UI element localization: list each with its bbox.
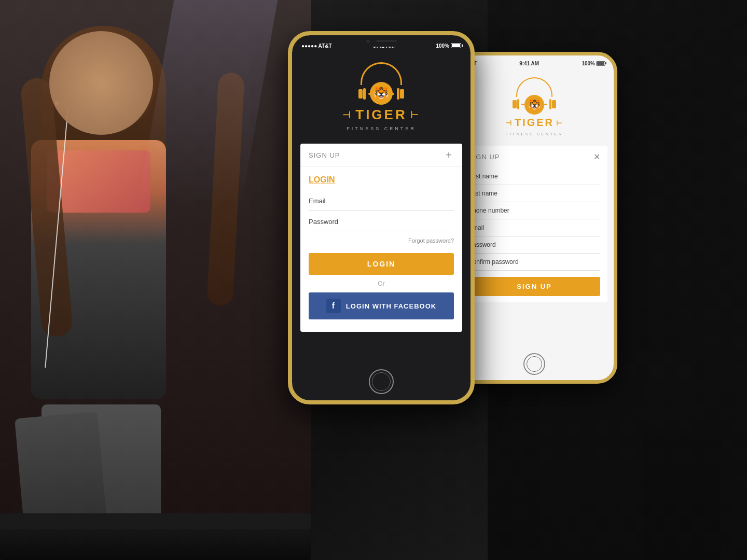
carrier-text: ●●●●● AT&T [301,43,332,49]
back-battery-group: 100% [582,61,605,66]
back-app-title-group: ⊣ TIGER ⊢ [505,117,563,129]
forgot-password-text: Forgot password? [408,237,454,244]
person-area [0,0,311,560]
power-button[interactable] [471,97,473,113]
forgot-password-link[interactable]: Forgot password? [309,233,454,248]
bbw4 [552,100,556,108]
back-logo-container [514,77,555,114]
battery-text: 100% [436,43,449,49]
person-face [49,31,153,135]
email-signup-field[interactable]: Email [468,219,600,236]
app-header: ⊣ TIGER ⊢ FITNESS CENTER [292,52,471,144]
back-home-button[interactable] [523,353,545,375]
facebook-icon: f [326,299,341,313]
back-barbell-l [513,99,520,109]
facebook-button-text: LOGIN WITH FACEBOOK [346,302,436,310]
logo-container [358,62,405,104]
phone-front: ●●●●● AT&T 9:41 AM 100% [288,31,475,404]
logo-tiger [370,82,393,105]
back-barbell-l-icon: ⊣ [505,119,513,127]
weight-outer-l [358,89,363,99]
back-battery-fill [597,62,604,65]
battery-group: 100% [436,43,461,49]
back-battery-tip [605,62,606,64]
phone-notch [348,35,415,47]
app-title-text: TIGER [355,107,407,123]
front-camera [366,39,370,43]
signup-panel-header: SIGN UP ✕ [468,152,600,162]
login-form: LOGIN Email Password Forgot password? LO… [300,167,462,332]
signup-panel: SIGN UP ✕ First name Last name Phone num… [461,146,607,302]
home-button[interactable] [369,369,394,394]
barbell-right [396,88,404,100]
weight-outer-r [400,89,404,99]
status-bar-back: AT&T 9:41 AM 100% [455,55,614,69]
signup-plus-button[interactable]: + [444,150,454,160]
phone-screen: ●●●●● AT&T 9:41 AM 100% [292,35,471,400]
home-button-inner [372,372,391,391]
login-title: LOGIN [309,175,454,185]
speaker [376,40,397,42]
back-app-subtitle: FITNESS CENTER [506,132,563,136]
back-app-header: ⊣ TIGER ⊢ FITNESS CENTER [455,69,614,146]
weight-inner-r [397,88,399,100]
signup-header: SIGN UP + [300,144,462,167]
login-button[interactable]: LOGIN [309,253,454,275]
back-barbell-r [549,99,556,109]
volume-up-button[interactable] [290,87,292,100]
phone-back: AT&T 9:41 AM 100% [451,52,617,384]
first-name-field[interactable]: First name [468,168,600,185]
back-app-title-text: TIGER [515,117,554,129]
confirm-password-field[interactable]: Confirm password [468,254,600,271]
close-button[interactable]: ✕ [593,152,600,162]
battery-icon [451,43,461,48]
or-divider: Or [309,275,454,292]
back-barbell-r-icon: ⊢ [556,119,563,127]
back-time: 9:41 AM [519,61,539,66]
facebook-login-button[interactable]: f LOGIN WITH FACEBOOK [309,292,454,319]
back-logo-arc [516,77,552,97]
weight-inner-l [363,88,366,100]
login-section: SIGN UP + LOGIN Email Password Forgot pa… [300,144,462,332]
email-label: Email [309,197,326,205]
bbw2 [517,99,519,109]
signup-label-text: SIGN UP [309,151,340,159]
back-home-inner [527,356,542,372]
signup-button[interactable]: SIGN UP [468,277,600,296]
email-field-display: Email [309,192,454,211]
confirm-password-label: Confirm password [468,258,519,265]
phone-back-screen: AT&T 9:41 AM 100% [455,55,614,380]
bbw3 [549,99,551,109]
back-battery-icon [596,61,605,66]
phone-field[interactable]: Phone number [468,202,600,219]
back-power-button[interactable] [614,107,616,121]
tiger-logo: ⊣ TIGER ⊢ FITNESS CENTER [342,62,420,131]
bench-top [0,513,311,529]
barbell-icon-l: ⊣ [342,109,352,121]
volume-down-button[interactable] [290,105,292,118]
barbell-left [358,88,366,100]
last-name-field[interactable]: Last name [468,185,600,202]
back-logo-tiger [524,95,544,115]
password-label: Password [309,218,338,226]
password-field-display: Password [309,213,454,231]
app-title-group: ⊣ TIGER ⊢ [342,107,420,123]
password-signup-field[interactable]: Password [468,236,600,254]
back-battery-pct: 100% [582,61,595,66]
bbw1 [513,100,517,108]
sports-top [47,150,150,213]
barbell-icon-r: ⊢ [410,109,420,121]
app-subtitle: FITNESS CENTER [347,126,416,131]
